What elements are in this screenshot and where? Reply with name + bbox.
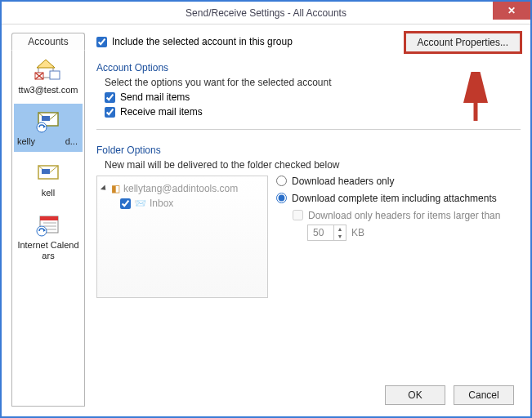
folder-tree[interactable]: ◧ kellytang@addintools.com 📨 Inbox xyxy=(96,176,268,298)
divider xyxy=(96,129,521,130)
titlebar: Send/Receive Settings - All Accounts ✕ xyxy=(2,2,530,24)
account-item-internet-calendars[interactable]: Internet Calendars xyxy=(14,207,83,266)
size-spinbox[interactable]: 50 ▲ ▼ xyxy=(307,225,346,241)
download-headers-only-row[interactable]: Download headers only xyxy=(276,176,521,188)
account-item-label: kell xyxy=(42,188,56,198)
receive-mail-checkbox[interactable] xyxy=(105,107,115,118)
download-complete-radio[interactable] xyxy=(276,193,287,203)
tree-inbox-label: Inbox xyxy=(150,196,173,211)
inbox-icon: 📨 xyxy=(134,196,146,211)
account-item-kelly-d[interactable]: kelly d... xyxy=(14,104,83,152)
size-value: 50 xyxy=(308,225,333,240)
accounts-tab[interactable]: Accounts xyxy=(11,33,85,51)
envelope-icon xyxy=(34,160,63,186)
download-headers-only-label: Download headers only xyxy=(292,176,394,188)
svg-rect-11 xyxy=(42,169,50,174)
envelope-sync-icon xyxy=(34,109,63,135)
spin-up-icon[interactable]: ▲ xyxy=(334,225,346,233)
cancel-button[interactable]: Cancel xyxy=(454,385,514,405)
svg-marker-1 xyxy=(37,60,55,68)
account-options-subtitle: Select the options you want for the sele… xyxy=(105,77,521,88)
account-properties-button[interactable]: Account Properties... xyxy=(405,33,521,52)
spin-down-icon[interactable]: ▼ xyxy=(334,233,346,240)
account-item-label: Internet Calendars xyxy=(16,240,81,261)
download-complete-label: Download complete item including attachm… xyxy=(292,193,497,205)
mail-store-icon: ◧ xyxy=(111,181,120,196)
account-item-kell[interactable]: kell xyxy=(14,155,83,203)
svg-rect-5 xyxy=(50,71,60,79)
tree-expand-icon xyxy=(101,185,108,192)
svg-rect-7 xyxy=(42,116,50,121)
tree-inbox-row[interactable]: 📨 Inbox xyxy=(120,196,262,211)
account-item-label: ttw3@test.com xyxy=(19,85,78,96)
accounts-tab-label: Accounts xyxy=(28,36,68,47)
accounts-list: ttw3@test.com xyxy=(11,50,85,407)
folder-options-subtitle: New mail will be delivered to the folder… xyxy=(105,159,521,171)
include-account-checkbox[interactable] xyxy=(96,37,107,47)
close-button[interactable]: ✕ xyxy=(493,2,530,20)
send-mail-label: Send mail items xyxy=(120,91,190,103)
svg-point-8 xyxy=(37,122,47,132)
house-mail-icon xyxy=(34,57,63,83)
include-account-label: Include the selected account in this gro… xyxy=(112,36,293,47)
download-headers-only-radio[interactable] xyxy=(276,176,287,186)
size-unit-label: KB xyxy=(351,227,364,238)
headers-larger-label: Download only headers for items larger t… xyxy=(308,210,500,221)
send-mail-checkbox[interactable] xyxy=(105,92,115,103)
inbox-checkbox[interactable] xyxy=(120,198,131,209)
cancel-label: Cancel xyxy=(468,389,498,401)
account-properties-label: Account Properties... xyxy=(418,37,508,48)
tree-root-row[interactable]: ◧ kellytang@addintools.com xyxy=(102,181,262,196)
account-options-title: Account Options xyxy=(96,62,521,73)
svg-rect-13 xyxy=(40,216,58,220)
window-title: Send/Receive Settings - All Accounts xyxy=(186,7,346,19)
account-item-ttw3[interactable]: ttw3@test.com xyxy=(14,52,83,100)
tree-root-label: kellytang@addintools.com xyxy=(123,181,238,196)
ok-button[interactable]: OK xyxy=(385,385,445,405)
ok-label: OK xyxy=(408,389,422,401)
svg-point-17 xyxy=(37,226,47,236)
account-item-label: kelly d... xyxy=(16,136,81,147)
close-icon: ✕ xyxy=(507,5,516,16)
download-complete-row[interactable]: Download complete item including attachm… xyxy=(276,193,521,205)
receive-mail-label: Receive mail items xyxy=(120,106,203,118)
calendar-sync-icon xyxy=(34,212,63,238)
folder-options-title: Folder Options xyxy=(96,145,521,156)
headers-larger-checkbox xyxy=(293,210,303,220)
